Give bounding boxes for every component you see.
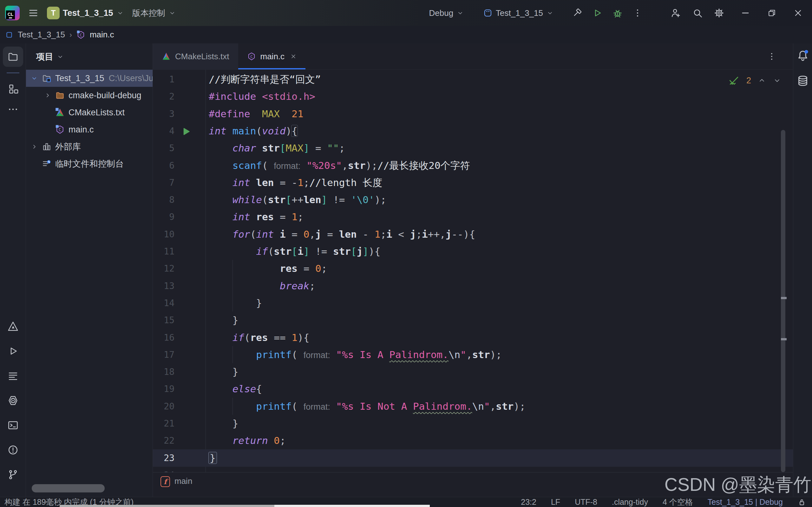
project-folder-icon[interactable] bbox=[3, 47, 23, 67]
tree-item-cmake-build-debug[interactable]: cmake-build-debug bbox=[26, 87, 153, 104]
line-number[interactable]: 14 bbox=[153, 294, 174, 312]
chevron-right-icon[interactable] bbox=[44, 92, 51, 99]
minimize-button-icon[interactable] bbox=[740, 8, 751, 18]
code-line-10[interactable]: 10 for(int i = 0,j = len - 1;i < j;i++,j… bbox=[153, 226, 793, 243]
chevron-right-icon[interactable] bbox=[31, 143, 38, 151]
settings-gear-icon[interactable] bbox=[714, 8, 724, 18]
code-line-5[interactable]: 5 char str[MAX] = ""; bbox=[153, 139, 793, 157]
tree-item-CMakeLists.txt[interactable]: CMakeLists.txt bbox=[26, 104, 153, 121]
git-branch-icon[interactable] bbox=[3, 468, 23, 482]
line-number[interactable]: 10 bbox=[153, 226, 174, 243]
more-actions-icon[interactable] bbox=[632, 8, 643, 18]
code-line-17[interactable]: 17 printf( format: "%s Is A Palindrom.\n… bbox=[153, 346, 793, 363]
line-number[interactable]: 15 bbox=[153, 312, 174, 329]
tab-CMakeLists.txt[interactable]: CMakeLists.txt bbox=[153, 43, 238, 69]
line-number[interactable]: 17 bbox=[153, 346, 174, 363]
line-number[interactable]: 20 bbox=[153, 398, 174, 415]
error-stripe-mark[interactable] bbox=[781, 338, 786, 340]
tab-main.c[interactable]: Cmain.c bbox=[238, 43, 306, 69]
close-button-icon[interactable] bbox=[793, 8, 803, 18]
tree-item-Test_1_3_15[interactable]: Test_1_3_15C:\Users\Ju bbox=[26, 70, 153, 87]
line-number[interactable]: 2 bbox=[153, 88, 174, 105]
line-number[interactable]: 8 bbox=[153, 191, 174, 209]
code-line-6[interactable]: 6 scanf( format: "%20s",str);//最长接收20个字符 bbox=[153, 157, 793, 174]
code-line-1[interactable]: 1//判断字符串是否“回文” bbox=[153, 71, 793, 88]
line-number[interactable]: 4 bbox=[153, 122, 174, 140]
code-line-14[interactable]: 14 } bbox=[153, 294, 793, 312]
chevron-down-icon[interactable] bbox=[56, 53, 64, 60]
target-selector[interactable]: Test_1_3_15 bbox=[483, 8, 554, 18]
restore-button-icon[interactable] bbox=[767, 8, 776, 18]
project-widget[interactable]: T Test_1_3_15 bbox=[47, 7, 124, 19]
code-line-3[interactable]: 3#define MAX 21 bbox=[153, 105, 793, 123]
code-line-16[interactable]: 16 if(res == 1){ bbox=[153, 329, 793, 346]
editor[interactable]: CMakeLists.txtCmain.c 1//判断字符串是否“回文”2#in… bbox=[153, 43, 793, 472]
main-menu-icon[interactable] bbox=[28, 8, 39, 18]
code-line-23[interactable]: 23} bbox=[153, 449, 793, 467]
more-tool-windows-icon[interactable] bbox=[3, 99, 23, 119]
code-line-22[interactable]: 22 return 0; bbox=[153, 432, 793, 449]
code-line-7[interactable]: 7 int len = -1;//length 长度 bbox=[153, 174, 793, 191]
breadcrumb-project[interactable]: Test_1_3_15 bbox=[18, 30, 65, 40]
run-button-icon[interactable] bbox=[592, 8, 603, 18]
structure-icon[interactable] bbox=[3, 79, 23, 99]
tab-options-icon[interactable] bbox=[767, 52, 793, 61]
line-number[interactable]: 5 bbox=[153, 139, 174, 157]
line-number[interactable]: 9 bbox=[153, 208, 174, 226]
status-item-.clang-tidy[interactable]: .clang-tidy bbox=[612, 498, 648, 507]
terminal-icon[interactable] bbox=[3, 418, 23, 432]
status-cmake-profile[interactable]: Test_1_3_15 | Debug bbox=[708, 498, 783, 507]
line-number[interactable]: 1 bbox=[153, 71, 174, 88]
code-line-19[interactable]: 19 else{ bbox=[153, 380, 793, 398]
code-line-4[interactable]: 4int main(void){ bbox=[153, 122, 793, 140]
code-line-21[interactable]: 21 } bbox=[153, 415, 793, 432]
line-number[interactable]: 16 bbox=[153, 329, 174, 346]
close-tab-icon[interactable] bbox=[290, 53, 297, 60]
code-line-13[interactable]: 13 break; bbox=[153, 277, 793, 295]
line-number[interactable]: 12 bbox=[153, 260, 174, 277]
code-line-20[interactable]: 20 printf( format: "%s Is Not A Palindro… bbox=[153, 398, 793, 415]
line-number[interactable]: 7 bbox=[153, 174, 174, 191]
line-number[interactable]: 22 bbox=[153, 432, 174, 449]
line-number[interactable]: 13 bbox=[153, 277, 174, 295]
services-icon[interactable] bbox=[3, 394, 23, 407]
code-line-24[interactable]: 24 bbox=[153, 466, 793, 472]
status-item-23:2[interactable]: 23:2 bbox=[521, 498, 537, 507]
run-tool-icon[interactable] bbox=[3, 344, 23, 358]
next-problem-icon[interactable] bbox=[773, 76, 781, 85]
breadcrumb-file[interactable]: main.c bbox=[90, 30, 114, 40]
project-panel-hscrollbar[interactable] bbox=[32, 484, 105, 493]
line-number[interactable]: 6 bbox=[153, 157, 174, 174]
search-everywhere-icon[interactable] bbox=[692, 8, 703, 18]
line-number[interactable]: 24 bbox=[153, 466, 174, 472]
code-line-9[interactable]: 9 int res = 1; bbox=[153, 208, 793, 226]
editor-vscrollbar[interactable] bbox=[781, 130, 785, 472]
status-item-LF[interactable]: LF bbox=[551, 498, 560, 507]
line-number[interactable]: 23 bbox=[153, 449, 174, 467]
code-line-18[interactable]: 18 } bbox=[153, 363, 793, 381]
todo-lines-icon[interactable] bbox=[3, 369, 23, 383]
database-icon[interactable] bbox=[797, 74, 809, 87]
prev-problem-icon[interactable] bbox=[757, 76, 766, 85]
context-function-name[interactable]: main bbox=[174, 476, 192, 486]
code-line-11[interactable]: 11 if(str[i] != str[j]){ bbox=[153, 243, 793, 260]
vcs-widget[interactable]: 版本控制 bbox=[132, 8, 176, 19]
tree-item-临时文件和控制台[interactable]: 临时文件和控制台 bbox=[26, 155, 153, 172]
code-line-15[interactable]: 15 } bbox=[153, 312, 793, 329]
line-number[interactable]: 19 bbox=[153, 380, 174, 398]
inspection-widget[interactable]: 2 bbox=[728, 74, 781, 87]
debug-bug-icon[interactable] bbox=[612, 8, 623, 18]
line-number[interactable]: 3 bbox=[153, 105, 174, 123]
error-stripe-mark[interactable] bbox=[781, 297, 786, 299]
line-number[interactable]: 21 bbox=[153, 415, 174, 432]
tree-item-main.c[interactable]: Cmain.c bbox=[26, 121, 153, 138]
status-item-4-个空格[interactable]: 4 个空格 bbox=[663, 497, 693, 507]
run-config-selector[interactable]: Debug bbox=[429, 8, 464, 18]
build-hammer-icon[interactable] bbox=[571, 8, 582, 18]
code-line-8[interactable]: 8 while(str[++len] != '\0'); bbox=[153, 191, 793, 209]
code-with-me-icon[interactable] bbox=[670, 8, 681, 18]
chevron-down-icon[interactable] bbox=[31, 74, 38, 82]
notifications-bell-icon[interactable] bbox=[797, 49, 809, 62]
lock-icon[interactable] bbox=[798, 498, 806, 507]
code-line-2[interactable]: 2#include <stdio.h> bbox=[153, 88, 793, 105]
